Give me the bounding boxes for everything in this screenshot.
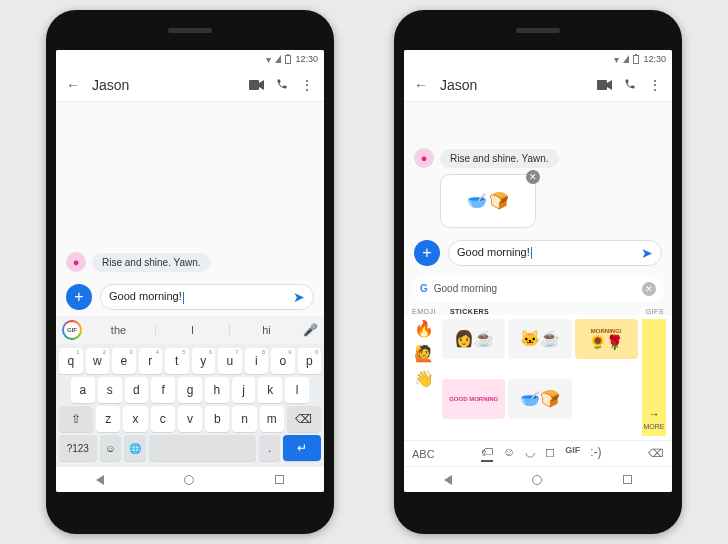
svg-rect-1 xyxy=(597,80,607,90)
key-o[interactable]: o9 xyxy=(271,348,295,374)
status-time: 12:30 xyxy=(295,54,318,64)
incoming-message-row: ● Rise and shine. Yawn. xyxy=(414,148,662,168)
delete-button[interactable]: ⌫ xyxy=(648,447,664,460)
screen-right: ▾ 12:30 ← Jason ⋮ ● Rise and shine. Yawn… xyxy=(404,50,672,492)
compose-row: + Good morning! ➤ xyxy=(56,280,324,316)
key-u[interactable]: u7 xyxy=(218,348,242,374)
emoji-raise-hand[interactable]: 🙋 xyxy=(414,344,434,363)
key-w[interactable]: w2 xyxy=(86,348,110,374)
gif-mode-label[interactable]: GIF xyxy=(565,445,580,462)
sticker-good-morning-text[interactable]: GOOD MORNING xyxy=(442,379,505,419)
key-a[interactable]: a xyxy=(71,377,95,403)
text-emoji-mode[interactable]: :-) xyxy=(590,445,601,462)
sticker-mode-icon[interactable]: 🏷 xyxy=(481,445,493,462)
avatar[interactable]: ● xyxy=(414,148,434,168)
kbd-row-4: ?123 ☺ 🌐 . ↵ xyxy=(59,435,321,461)
attach-button[interactable]: + xyxy=(66,284,92,310)
sticker-cat-mug[interactable]: 🐱☕ xyxy=(508,319,571,359)
sticker-attachment[interactable]: ✕ 🥣 🍞 xyxy=(440,174,536,228)
sticker-morning-flowers[interactable]: MORNING!🌻🌹 xyxy=(575,319,638,359)
more-arrow-icon: → xyxy=(648,407,660,421)
attach-button[interactable]: + xyxy=(414,240,440,266)
key-numbers[interactable]: ?123 xyxy=(59,435,97,461)
key-period[interactable]: . xyxy=(259,435,280,461)
key-h[interactable]: h xyxy=(205,377,229,403)
key-v[interactable]: v xyxy=(178,406,202,432)
key-r[interactable]: r4 xyxy=(139,348,163,374)
back-icon[interactable]: ← xyxy=(414,77,428,93)
sticker-breakfast[interactable]: 🥣🍞 xyxy=(508,379,571,419)
key-g[interactable]: g xyxy=(178,377,202,403)
phone-call-icon[interactable] xyxy=(624,77,636,93)
tab-stickers[interactable]: STICKERS xyxy=(450,308,489,315)
key-d[interactable]: d xyxy=(125,377,149,403)
svg-rect-0 xyxy=(249,80,259,90)
nav-back-icon[interactable] xyxy=(96,475,104,485)
key-m[interactable]: m xyxy=(260,406,284,432)
key-i[interactable]: i8 xyxy=(245,348,269,374)
tab-emoji[interactable]: EMOJI xyxy=(412,308,436,315)
key-c[interactable]: c xyxy=(151,406,175,432)
suggestion-2[interactable]: I xyxy=(155,324,229,336)
more-icon[interactable]: ⋮ xyxy=(300,77,314,93)
nav-home-icon[interactable] xyxy=(184,475,194,485)
video-call-icon[interactable] xyxy=(597,77,612,93)
key-backspace[interactable]: ⌫ xyxy=(287,406,321,432)
key-f[interactable]: f xyxy=(151,377,175,403)
nav-home-icon[interactable] xyxy=(532,475,542,485)
gif-button[interactable]: GIF xyxy=(62,320,82,340)
remove-attachment-icon[interactable]: ✕ xyxy=(526,170,540,184)
abc-button[interactable]: ABC xyxy=(412,448,435,460)
key-j[interactable]: j xyxy=(232,377,256,403)
key-emoji[interactable]: ☺ xyxy=(100,435,121,461)
suggestion-3[interactable]: hi xyxy=(229,324,303,336)
video-call-icon[interactable] xyxy=(249,77,264,93)
key-language[interactable]: 🌐 xyxy=(124,435,145,461)
key-y[interactable]: y6 xyxy=(192,348,216,374)
suggestion-1[interactable]: the xyxy=(82,324,155,336)
more-column[interactable]: → MORE xyxy=(642,319,666,437)
key-s[interactable]: s xyxy=(98,377,122,403)
status-bar: ▾ 12:30 xyxy=(56,50,324,68)
emoji-wave[interactable]: 👋 xyxy=(414,369,434,388)
key-p[interactable]: p0 xyxy=(298,348,322,374)
key-z[interactable]: z xyxy=(96,406,120,432)
nav-recent-icon[interactable] xyxy=(275,475,284,484)
compose-input[interactable]: Good morning! ➤ xyxy=(100,284,314,310)
more-icon[interactable]: ⋮ xyxy=(648,77,662,93)
sticker2-mode-icon[interactable]: ◻ xyxy=(545,445,555,462)
nav-recent-icon[interactable] xyxy=(623,475,632,484)
key-space[interactable] xyxy=(149,435,256,461)
avatar[interactable]: ● xyxy=(66,252,86,272)
mic-icon[interactable]: 🎤 xyxy=(303,323,318,337)
key-b[interactable]: b xyxy=(205,406,229,432)
compose-input[interactable]: Good morning! ➤ xyxy=(448,240,662,266)
wifi-icon: ▾ xyxy=(266,54,271,65)
key-t[interactable]: t5 xyxy=(165,348,189,374)
nav-back-icon[interactable] xyxy=(444,475,452,485)
key-shift[interactable]: ⇧ xyxy=(59,406,93,432)
contact-name: Jason xyxy=(440,77,585,93)
emoji-fire[interactable]: 🔥 xyxy=(414,319,434,338)
gboard-search-pill[interactable]: G Good morning ✕ xyxy=(412,276,664,302)
sticker-person-coffee[interactable]: 👩☕ xyxy=(442,319,505,359)
key-q[interactable]: q1 xyxy=(59,348,83,374)
key-n[interactable]: n xyxy=(232,406,256,432)
key-l[interactable]: l xyxy=(285,377,309,403)
emoji-mode-icon[interactable]: ☺ xyxy=(503,445,515,462)
compose-row: + Good morning! ➤ xyxy=(404,236,672,272)
bitmoji-mode-icon[interactable]: ◡ xyxy=(525,445,535,462)
send-icon[interactable]: ➤ xyxy=(641,245,653,261)
key-e[interactable]: e3 xyxy=(112,348,136,374)
phone-left: ▾ 12:30 ← Jason ⋮ ● Rise and shine. Yawn… xyxy=(46,10,334,534)
clear-search-icon[interactable]: ✕ xyxy=(642,282,656,296)
key-k[interactable]: k xyxy=(258,377,282,403)
tab-gifs[interactable]: GIFS xyxy=(646,308,664,315)
sticker-preview-bowl: 🥣 xyxy=(467,191,487,210)
key-x[interactable]: x xyxy=(123,406,147,432)
send-icon[interactable]: ➤ xyxy=(293,289,305,305)
phone-call-icon[interactable] xyxy=(276,77,288,93)
sticker-tabs: EMOJI STICKERS GIFS xyxy=(404,306,672,315)
key-enter[interactable]: ↵ xyxy=(283,435,321,461)
back-icon[interactable]: ← xyxy=(66,77,80,93)
